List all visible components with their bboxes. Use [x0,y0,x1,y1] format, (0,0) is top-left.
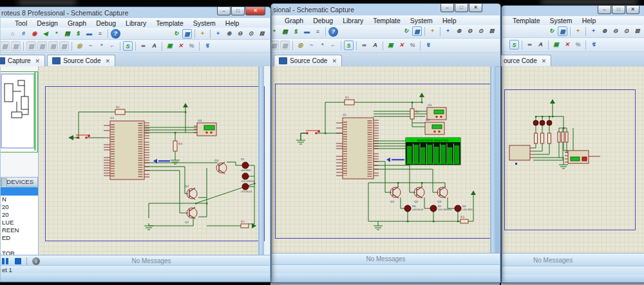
overview-minimap[interactable] [1,71,38,152]
input-terminal[interactable] [68,135,73,140]
grid-toggle-icon[interactable]: ▦ [412,26,422,36]
refresh-icon[interactable]: ↻ [401,26,411,36]
ruler-icon[interactable]: ▬ [84,29,94,39]
menu-help[interactable]: Help [225,19,240,27]
tab-close-icon[interactable]: ✕ [332,58,337,64]
property-tool-icon[interactable]: A [536,40,545,50]
tab-close-icon[interactable]: ✕ [106,58,111,64]
origin-icon[interactable]: + [428,26,437,36]
menu-design[interactable]: Design [37,19,58,27]
window3-titlebar[interactable]: – □ ✕ [502,6,644,17]
delete-sheet-icon[interactable]: ✕ [562,40,572,50]
zoom-out-icon[interactable]: ⊖ [465,26,475,36]
document-icon[interactable]: ≡ [313,27,323,37]
block-rotate-icon[interactable]: ▨ [48,41,58,51]
transistors[interactable]: Q3 Q2 Q1 [185,159,227,224]
ic-component[interactable] [509,145,530,160]
decompose-icon[interactable]: ⌐ [108,41,117,51]
tab-close-icon[interactable]: ✕ [542,58,547,64]
help-icon[interactable]: ? [328,27,338,37]
menu-template[interactable]: Template [513,17,540,24]
minimize-button[interactable]: – [598,6,611,14]
clipboard-icon[interactable]: ▨ [11,41,21,51]
zoom-in-icon[interactable]: ⊕ [224,29,234,39]
property-tool-icon[interactable]: A [149,41,159,51]
ruler-icon[interactable]: ▬ [302,27,312,37]
goto-sheet-icon[interactable]: % [187,41,196,51]
device-item[interactable]: LUE [1,219,38,226]
zoom-area-icon[interactable]: ⊙ [476,26,486,36]
resistor-group[interactable] [535,132,569,143]
make-device-icon[interactable]: ~ [307,41,316,50]
led-group[interactable] [533,120,552,125]
leds[interactable]: D1 LED-RED LED-GREEN LED-BLUE [241,158,254,193]
close-button[interactable]: ✕ [245,7,265,15]
power-terminal[interactable] [550,99,555,104]
zoom-sheet-icon[interactable]: ⊠ [632,26,642,36]
document-icon[interactable]: ≡ [95,29,105,39]
device-item[interactable]: TOR [1,250,38,255]
origin-icon[interactable]: + [198,29,207,39]
zoom-in-icon[interactable]: ⊕ [454,26,464,36]
leds[interactable]: D0 LED-BLUE D1 LED-GREEN D2 LED-RED [404,205,473,212]
block-delete-icon[interactable]: ▨ [280,41,290,50]
delete-sheet-icon[interactable]: ✕ [176,41,185,51]
wire-autoroute-icon[interactable]: S [123,41,133,51]
new-sheet-icon[interactable]: ▣ [386,41,395,50]
pause-button[interactable] [2,258,5,264]
schematic-canvas-3[interactable] [502,66,644,253]
device-item[interactable]: 20 [1,203,38,211]
device-item[interactable]: REEN [1,226,38,234]
net-label[interactable] [386,158,404,162]
pan-icon[interactable]: + [213,29,223,39]
grid-toggle-icon[interactable]: ▦ [558,26,567,36]
library-book-icon[interactable]: ▤ [280,27,290,37]
property-tool-icon[interactable]: A [370,41,380,50]
block-move-icon[interactable]: ▨ [37,41,47,51]
mcu-component[interactable]: U1 [104,116,149,179]
close-button[interactable]: ✕ [469,4,482,12]
wire-autoroute-icon[interactable]: S [344,41,354,50]
mcu-component[interactable]: U1 [336,113,379,179]
menu-graph[interactable]: Graph [68,19,86,27]
search-icon[interactable]: ∞ [359,41,369,50]
menu-system[interactable]: System [193,19,216,27]
library-book-icon[interactable]: ▤ [62,29,72,39]
tab-close-icon[interactable]: ✕ [35,58,41,64]
window1-sheet-tabbar[interactable]: et 1 [1,265,270,274]
help-icon[interactable]: ? [111,29,120,39]
pick-parts-icon[interactable]: ◎ [296,41,305,50]
device-item[interactable]: 20 [1,211,38,219]
close-button[interactable]: ✕ [626,6,639,14]
new-sheet-icon[interactable]: ▣ [551,40,561,50]
device-item[interactable]: N [1,196,38,203]
tab-schematic-capture[interactable]: Capture ✕ [0,55,45,66]
menu-template[interactable]: Template [156,19,184,27]
paste-icon[interactable]: ▨ [0,41,10,51]
schematic-capture-icon[interactable]: # [19,29,28,39]
resistor-r3[interactable]: R3 [173,141,182,151]
transistors[interactable]: Q1 Q2 Q3 [390,187,448,203]
design-explorer-icon[interactable]: ↯ [589,40,598,50]
search-icon[interactable]: ∞ [525,40,535,50]
module-u3[interactable]: U3 [427,104,446,120]
root-sheet-tab[interactable]: et 1 [2,266,12,273]
menu-help[interactable]: Help [582,17,596,24]
packaging-tool-icon[interactable]: * [97,41,106,51]
decompose-icon[interactable]: ⌐ [328,41,338,50]
schematic-canvas-1[interactable]: R1 R3 U1 [39,66,264,255]
menu-system[interactable]: System [410,17,433,24]
tab-source-code[interactable]: Source Code ✕ [47,55,115,66]
zoom-in-icon[interactable]: ⊕ [600,26,609,36]
bill-of-materials-icon[interactable]: $ [73,29,83,39]
menu-library[interactable]: Library [126,19,146,27]
resistor-r1[interactable]: R1 [345,96,354,105]
resistor-r2[interactable]: R2 [241,220,249,228]
pick-device-button[interactable] [1,178,7,187]
goto-sheet-icon[interactable]: % [573,40,583,50]
bill-of-materials-icon[interactable]: $ [291,27,301,37]
design-explorer-icon[interactable]: ↯ [202,41,212,51]
make-device-icon[interactable]: ~ [86,41,95,51]
resistor-r1[interactable]: R1 [115,106,125,115]
device-item-selected[interactable] [1,187,38,196]
